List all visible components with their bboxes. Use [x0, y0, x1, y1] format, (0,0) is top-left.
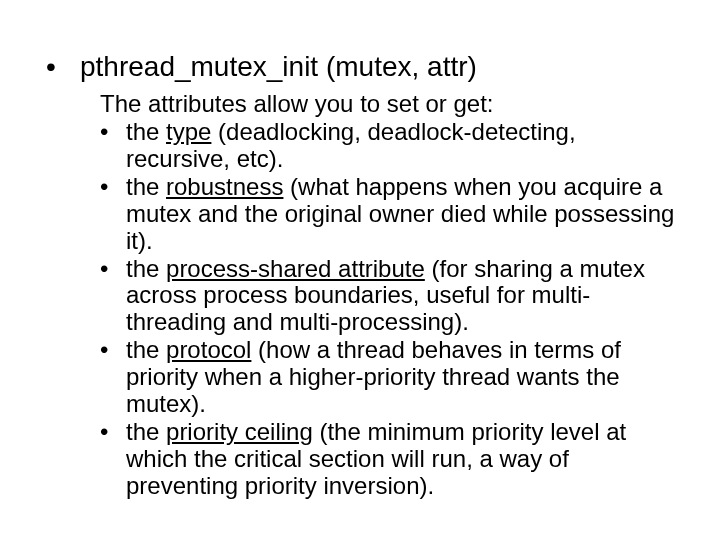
item-label: process-shared attribute	[166, 255, 425, 282]
bullet-glyph: •	[40, 50, 80, 84]
item-pre: the	[126, 336, 166, 363]
bullet-glyph: •	[100, 337, 126, 418]
slide-content: • pthread_mutex_init (mutex, attr) The a…	[0, 0, 720, 540]
attribute-list: • the type (deadlocking, deadlock-detect…	[100, 119, 680, 499]
item-text: the robustness (what happens when you ac…	[126, 174, 680, 255]
bullet-glyph: •	[100, 256, 126, 337]
bullet-glyph: •	[100, 174, 126, 255]
item-text: the type (deadlocking, deadlock-detectin…	[126, 119, 680, 173]
main-title: pthread_mutex_init (mutex, attr)	[80, 50, 477, 84]
main-bullet: • pthread_mutex_init (mutex, attr)	[40, 50, 680, 84]
item-label: type	[166, 118, 211, 145]
intro-text: The attributes allow you to set or get:	[100, 90, 680, 118]
list-item: • the process-shared attribute (for shar…	[100, 256, 680, 337]
item-pre: the	[126, 118, 166, 145]
bullet-glyph: •	[100, 419, 126, 500]
item-label: priority ceiling	[166, 418, 313, 445]
list-item: • the type (deadlocking, deadlock-detect…	[100, 119, 680, 173]
item-pre: the	[126, 173, 166, 200]
item-text: the process-shared attribute (for sharin…	[126, 256, 680, 337]
item-text: the priority ceiling (the minimum priori…	[126, 419, 680, 500]
item-pre: the	[126, 255, 166, 282]
item-label: robustness	[166, 173, 283, 200]
item-text: the protocol (how a thread behaves in te…	[126, 337, 680, 418]
list-item: • the protocol (how a thread behaves in …	[100, 337, 680, 418]
list-item: • the robustness (what happens when you …	[100, 174, 680, 255]
item-label: protocol	[166, 336, 251, 363]
item-pre: the	[126, 418, 166, 445]
list-item: • the priority ceiling (the minimum prio…	[100, 419, 680, 500]
bullet-glyph: •	[100, 119, 126, 173]
